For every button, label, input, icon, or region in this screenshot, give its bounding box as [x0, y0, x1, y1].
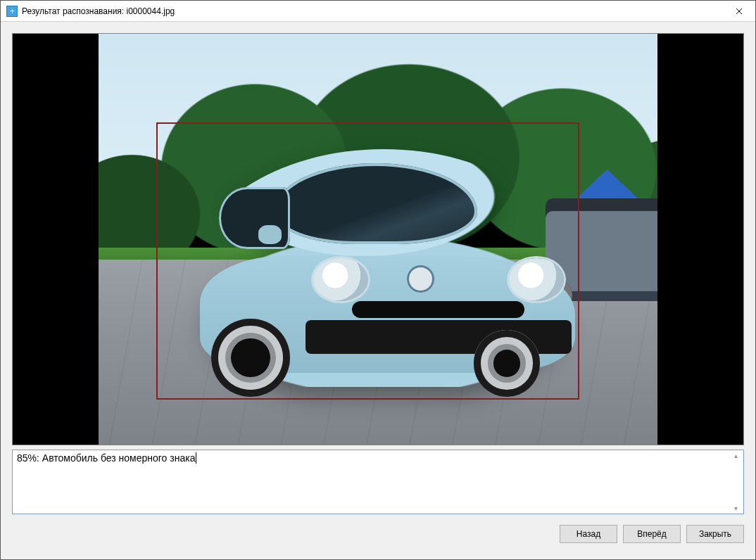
- dialog-button-row: Назад Вперёд Закрыть: [12, 518, 744, 544]
- back-button[interactable]: Назад: [560, 525, 617, 543]
- scene-illustration: [99, 34, 657, 445]
- recognition-result-textbox[interactable]: 85%: Автомобиль без номерного знака ▴ ▾: [12, 450, 744, 514]
- close-icon: [736, 8, 743, 15]
- detected-image: [99, 34, 657, 445]
- close-button[interactable]: Закрыть: [686, 525, 744, 543]
- recognition-result-text: 85%: Автомобиль без номерного знака: [17, 452, 195, 464]
- image-viewer: [12, 33, 744, 445]
- car-illustration: [188, 149, 579, 388]
- client-area: 85%: Автомобиль без номерного знака ▴ ▾ …: [1, 22, 755, 559]
- app-icon: [6, 6, 18, 17]
- scroll-up-icon: ▴: [734, 452, 738, 459]
- window-close-button[interactable]: [723, 1, 755, 22]
- text-caret: [196, 452, 196, 464]
- forward-button[interactable]: Вперёд: [623, 525, 681, 543]
- scroll-down-icon: ▾: [734, 504, 738, 512]
- scrollbar-vertical[interactable]: ▴ ▾: [730, 452, 742, 512]
- dialog-window: Результат распознавания: i0000044.jpg: [0, 0, 756, 560]
- window-title: Результат распознавания: i0000044.jpg: [22, 6, 175, 16]
- titlebar[interactable]: Результат распознавания: i0000044.jpg: [1, 1, 755, 22]
